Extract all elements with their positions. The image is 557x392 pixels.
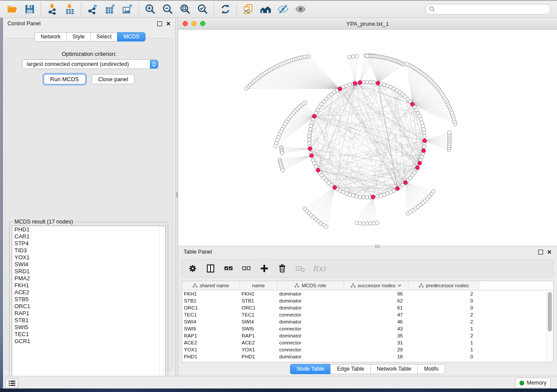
tab-motifs[interactable]: Motifs bbox=[417, 364, 445, 374]
column-header-shared-name[interactable]: shared name bbox=[182, 281, 240, 290]
refresh-icon[interactable] bbox=[217, 2, 234, 16]
tab-node-table[interactable]: Node Table bbox=[290, 364, 330, 374]
panel-splitter[interactable] bbox=[175, 18, 178, 376]
table-scrollbar[interactable] bbox=[547, 290, 553, 362]
export-image-icon[interactable] bbox=[119, 2, 136, 16]
table-row[interactable]: SWI5SWI5connector431 bbox=[182, 325, 553, 332]
mcds-result-node[interactable]: SRD1 bbox=[12, 268, 165, 275]
cell-shared-name: ORC1 bbox=[182, 305, 240, 310]
memory-button[interactable]: Memory bbox=[515, 378, 551, 388]
network-window-title: YPA_prune.txt_1 bbox=[178, 21, 557, 27]
task-history-button[interactable] bbox=[5, 378, 18, 388]
mcds-result-node[interactable]: SWI4 bbox=[12, 261, 165, 268]
mcds-result-node[interactable]: SWI5 bbox=[12, 324, 165, 331]
mcds-result-node[interactable]: PMA2 bbox=[12, 275, 165, 282]
toolbar-separator bbox=[41, 3, 42, 16]
tab-select[interactable]: Select bbox=[90, 32, 118, 41]
mcds-result-node[interactable]: YOX1 bbox=[12, 254, 165, 261]
table-scrollbar-thumb[interactable] bbox=[548, 292, 552, 331]
cell-name: ACE2 bbox=[240, 340, 277, 345]
zoom-fit-icon[interactable] bbox=[176, 2, 194, 16]
optimization-criterion-dropdown[interactable]: largest connected component (undirected) bbox=[22, 59, 159, 69]
mcds-tab-content: Optimization criterion: largest connecte… bbox=[5, 38, 173, 371]
node-table[interactable]: shared namenameMCDS rolesuccessor nodesp… bbox=[182, 281, 554, 362]
mcds-result-node[interactable]: PHD1 bbox=[12, 226, 165, 233]
mcds-result-node[interactable]: ACE2 bbox=[12, 289, 165, 296]
mcds-result-node[interactable]: FKH1 bbox=[12, 282, 165, 289]
float-table-panel-icon[interactable] bbox=[538, 250, 543, 254]
settings-gear-icon[interactable] bbox=[187, 263, 198, 274]
delete-column-icon[interactable] bbox=[277, 263, 287, 274]
network-view-window: YPA_prune.txt_1 bbox=[178, 18, 557, 246]
cell-predecessor-nodes: 2 bbox=[409, 312, 479, 317]
zoom-in-icon[interactable] bbox=[142, 2, 159, 16]
import-network-icon[interactable] bbox=[44, 2, 61, 16]
mcds-result-node[interactable]: GCR1 bbox=[12, 338, 165, 345]
run-mcds-button[interactable]: Run MCDS bbox=[44, 74, 86, 84]
import-table-icon[interactable] bbox=[61, 2, 79, 16]
column-header-name[interactable]: name bbox=[240, 281, 277, 290]
column-header-predecessor-nodes[interactable]: predecessor nodes bbox=[409, 281, 479, 290]
add-column-icon[interactable] bbox=[259, 263, 270, 274]
tab-style[interactable]: Style bbox=[66, 32, 90, 41]
select-all-icon[interactable] bbox=[223, 263, 234, 274]
table-toolbar: f(x) bbox=[182, 259, 554, 278]
column-header-successor-nodes[interactable]: successor nodes bbox=[344, 281, 409, 290]
table-row[interactable]: ACE2ACE2connector311 bbox=[182, 339, 553, 346]
network-window-titlebar[interactable]: YPA_prune.txt_1 bbox=[178, 18, 557, 30]
close-panel-icon[interactable]: ✕ bbox=[166, 22, 171, 26]
table-row[interactable]: PHD1PHD1dominator180 bbox=[182, 353, 553, 360]
mcds-result-node[interactable]: RAP1 bbox=[12, 310, 165, 317]
control-panel-title: Control Panel bbox=[7, 21, 41, 27]
export-network-icon[interactable] bbox=[84, 2, 101, 16]
tree-icon bbox=[351, 283, 356, 288]
save-session-icon[interactable] bbox=[21, 2, 38, 16]
float-panel-icon[interactable] bbox=[157, 21, 162, 26]
table-row[interactable]: TEC1TEC1connector472 bbox=[182, 311, 553, 318]
network-canvas[interactable] bbox=[178, 30, 557, 246]
mcds-result-node[interactable]: TID3 bbox=[12, 247, 165, 254]
mcds-result-node[interactable]: STB1 bbox=[12, 317, 165, 324]
cell-MCDS-role: connector bbox=[277, 326, 344, 331]
table-row[interactable]: FKH1FKH1dominator962 bbox=[182, 290, 553, 297]
cell-successor-nodes: 47 bbox=[344, 312, 409, 317]
open-file-icon[interactable] bbox=[3, 2, 21, 16]
table-splitter-handle[interactable] bbox=[375, 245, 380, 248]
show-columns-icon[interactable] bbox=[205, 263, 216, 274]
zoom-selected-icon[interactable] bbox=[194, 2, 211, 16]
mcds-result-node[interactable]: STP4 bbox=[12, 240, 165, 247]
hide-selected-icon[interactable] bbox=[274, 2, 292, 16]
export-table-icon[interactable] bbox=[101, 2, 119, 16]
result-list-scrollbar[interactable] bbox=[159, 226, 165, 379]
tab-mcds[interactable]: MCDS bbox=[117, 32, 145, 41]
mcds-result-node[interactable]: TEC1 bbox=[12, 331, 165, 338]
close-panel-button[interactable]: Close panel bbox=[92, 74, 135, 84]
deselect-all-icon[interactable] bbox=[241, 263, 252, 274]
duplicate-network-icon[interactable] bbox=[239, 2, 257, 16]
cell-predecessor-nodes: 1 bbox=[409, 326, 479, 331]
mcds-result-node[interactable]: STB5 bbox=[12, 296, 165, 303]
tab-network[interactable]: Network bbox=[35, 32, 66, 41]
table-row[interactable]: SWI4SWI4dominator462 bbox=[182, 318, 553, 325]
table-row[interactable]: ORC1ORC1dominator610 bbox=[182, 304, 553, 311]
network-graph[interactable] bbox=[178, 30, 557, 246]
tab-edge-table[interactable]: Edge Table bbox=[330, 364, 370, 374]
show-hidden-icon[interactable] bbox=[292, 2, 309, 16]
table-row[interactable]: YOX1YOX1connector291 bbox=[182, 346, 553, 353]
mcds-result-list[interactable]: PHD1CAR1STP4TID3YOX1SWI4SRD1PMA2FKH1ACE2… bbox=[12, 226, 166, 380]
zoom-out-icon[interactable] bbox=[159, 2, 176, 16]
mcds-result-node[interactable]: CAR1 bbox=[12, 233, 165, 240]
search-input[interactable] bbox=[425, 4, 551, 14]
cell-shared-name: RAP1 bbox=[182, 333, 240, 338]
table-row[interactable]: STB1STB1dominator620 bbox=[182, 297, 553, 304]
column-header-MCDS-role[interactable]: MCDS role bbox=[277, 281, 344, 290]
first-neighbors-icon[interactable] bbox=[257, 2, 274, 16]
close-table-panel-icon[interactable]: ✕ bbox=[547, 250, 552, 254]
table-row[interactable]: RAP1RAP1dominator352 bbox=[182, 332, 553, 339]
cell-MCDS-role: dominator bbox=[277, 354, 344, 359]
tab-network-table[interactable]: Network Table bbox=[370, 364, 418, 374]
function-builder-icon[interactable]: f(x) bbox=[313, 264, 325, 273]
cell-MCDS-role: connector bbox=[277, 340, 344, 345]
delete-table-icon[interactable] bbox=[295, 263, 305, 274]
mcds-result-node[interactable]: ORC1 bbox=[12, 303, 165, 310]
